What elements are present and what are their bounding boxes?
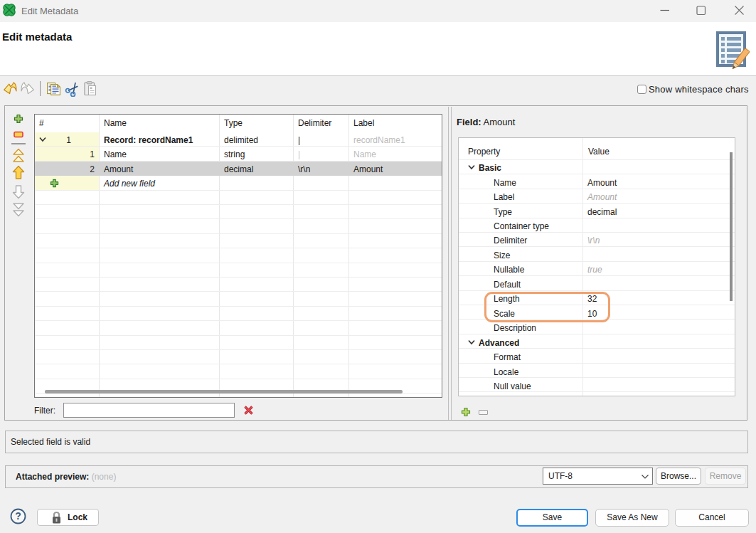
svg-text:?: ? [15, 510, 21, 522]
